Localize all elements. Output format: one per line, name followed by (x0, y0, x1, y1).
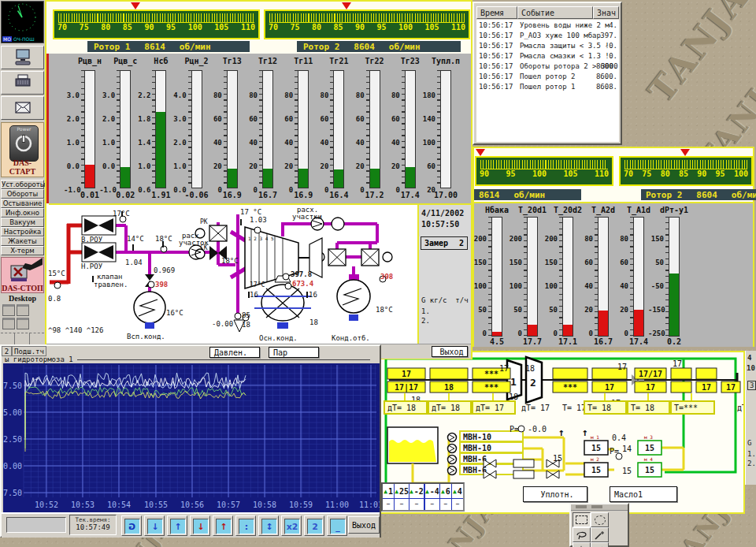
sidebar-item-уст-обороты[interactable]: Уст.обороты (1, 180, 44, 189)
trend-tool-button-8[interactable]: 2 (304, 515, 324, 536)
ellipse-select-tool[interactable] (591, 512, 609, 527)
scada-desktop: TANJA TANJA TANJA TANJA TANJA 9095100105… (0, 0, 756, 547)
rotor-units: об/мин (514, 190, 546, 200)
bar-fill (669, 274, 679, 336)
bar-tick-label: 40 (384, 139, 400, 147)
schematic-label: 16 (250, 291, 258, 299)
trend-exit-button[interactable]: Выход (348, 516, 380, 534)
sidebar-item-инф-окно[interactable]: Инф.окно (1, 208, 44, 218)
rotor-units: об/мин (389, 42, 421, 52)
bar-fill (298, 169, 308, 188)
lasso-tool[interactable] (573, 527, 591, 542)
bar-title: Нсб (143, 57, 179, 65)
mail-button[interactable] (1, 96, 44, 120)
bar-gauge-Тг21: Тг2180604020016.4 (321, 54, 357, 203)
bar-tickmarks (188, 70, 192, 188)
main-exit-button[interactable]: Выход (432, 346, 468, 357)
gauge-tick-label: 105 (563, 169, 577, 178)
trend-tool-button-3[interactable]: ↓ (190, 515, 210, 536)
log-header-time[interactable]: Время (476, 6, 517, 19)
printer-icon (13, 73, 32, 92)
bar-tick-label: 1.4 (135, 139, 150, 147)
bar-tick-label: 1.8 (135, 115, 150, 123)
schematic-label: 18°С (376, 306, 393, 314)
bar-tickmarks (295, 70, 298, 188)
counter-cell: ▲1– (383, 484, 395, 510)
bar-tick-label: 1.0 (64, 139, 80, 147)
sidebar-item-обороты[interactable]: Обороты (1, 189, 44, 199)
table-row: 10:56:17Пошел ротор 18608. (476, 83, 619, 93)
das-start-button[interactable]: Power DAS-СТАРТ (1, 122, 44, 177)
trend-tool-button-1[interactable]: ↓ (144, 515, 165, 536)
trend-tool-button-5[interactable]: : (235, 515, 256, 536)
schematic-value: 397.8 (291, 270, 312, 278)
status-box (6, 517, 66, 533)
bar-tick-label: 20 (384, 162, 400, 170)
bar-title: Т_20d1 (514, 206, 550, 214)
printer-button[interactable] (1, 71, 44, 95)
sidebar-item-остывание[interactable]: Остывание (1, 199, 44, 208)
sidebar-item-вакуум[interactable]: Вакуум (1, 218, 44, 227)
bearing-temp-value: 17 (646, 383, 655, 392)
schematic-label: -0.00 (212, 320, 233, 328)
table-row: 10:56:17Р_АО3 хуже 100 мбар397. (476, 32, 619, 42)
schematic-label: 0.969 (154, 266, 175, 274)
counter-dash: – (383, 499, 394, 509)
bar-tick-label: 40 (313, 139, 328, 147)
bearing-temp-value: *** (563, 383, 577, 392)
bar-title: Тг13 (214, 57, 250, 65)
motor-label: м 4 (644, 456, 653, 462)
bar-tick-label: 80 (577, 235, 593, 243)
dt-value: дТ= 18 (432, 404, 460, 412)
gauge-tick-label: 75 (290, 23, 299, 32)
bearing-temp-value: 17|17 (395, 383, 418, 393)
trend-tool-button-9[interactable]: _ (327, 515, 347, 536)
trend-title: ы гидротормоза 1 (5, 355, 73, 363)
sidebar-item-x-терм[interactable]: X-терм (1, 246, 44, 255)
gauge-tick-label: 95 (716, 169, 725, 178)
zamer-button[interactable]: Замер 2 (421, 236, 468, 250)
bar-tick-label: 60 (277, 115, 293, 123)
log-value: 397. (600, 32, 617, 39)
bar-tick-label: 0.0 (64, 162, 80, 170)
log-header-event[interactable]: Событие (517, 6, 593, 19)
davlen-button[interactable]: Давлен. (209, 347, 260, 358)
bar-tick-label: 60 (349, 115, 365, 123)
gauge-ticks (480, 160, 608, 169)
mini-window-icon (17, 318, 29, 329)
trend-tool-button-2[interactable]: ↑ (167, 515, 187, 536)
schematic-label: ^98 ^140 ^126 (48, 326, 103, 334)
y-axis-label: 5.00 (3, 408, 22, 417)
das-stop-button[interactable]: DAS-СТОП (1, 257, 44, 293)
schematic-label: Всп.конд. (127, 333, 165, 340)
trend-tool-button-6[interactable]: ↕ (258, 515, 279, 536)
trend-tool-button-7[interactable]: x2 (281, 515, 302, 536)
bar-tick-label: 80 (277, 91, 293, 99)
desktop-pager[interactable]: Desktop (1, 294, 44, 344)
pen-tool[interactable] (573, 542, 591, 547)
up-arrow-icon: ▲ (384, 488, 387, 495)
maslo1-button[interactable]: Масло1 (610, 486, 677, 502)
uplotn-button[interactable]: Уплотн. (523, 486, 587, 502)
log-value: 0. (609, 52, 617, 60)
trend-tool-button-0[interactable]: G (121, 515, 142, 536)
wand-tool[interactable] (591, 527, 609, 542)
par-button[interactable]: Пар (269, 347, 319, 358)
tool-glyph-icon: _ (335, 522, 340, 532)
bar-tick-label: 80 (313, 91, 328, 99)
bar-tick-label: 60 (313, 115, 328, 123)
terminal-button[interactable] (1, 46, 44, 69)
sidebar-item-жакеты[interactable]: Жакеты (1, 236, 44, 246)
sidebar-item-настройка[interactable]: Настройка (1, 227, 44, 236)
counter-cell: ▲4– (452, 484, 463, 510)
marquee-select-tool[interactable] (573, 512, 591, 527)
bar-body (84, 70, 95, 188)
bar-tick-label: 3.0 (99, 91, 115, 99)
squiggle-tool[interactable] (591, 542, 609, 547)
trend-tool-button-4[interactable]: ↑ (213, 515, 233, 536)
log-header-value[interactable]: Знач (593, 6, 619, 19)
title-rule (77, 359, 370, 360)
dt-value: дТ= 17 (521, 404, 550, 412)
schematic-label: В.РОУ (81, 236, 103, 244)
bearing-temp-box (671, 368, 691, 379)
